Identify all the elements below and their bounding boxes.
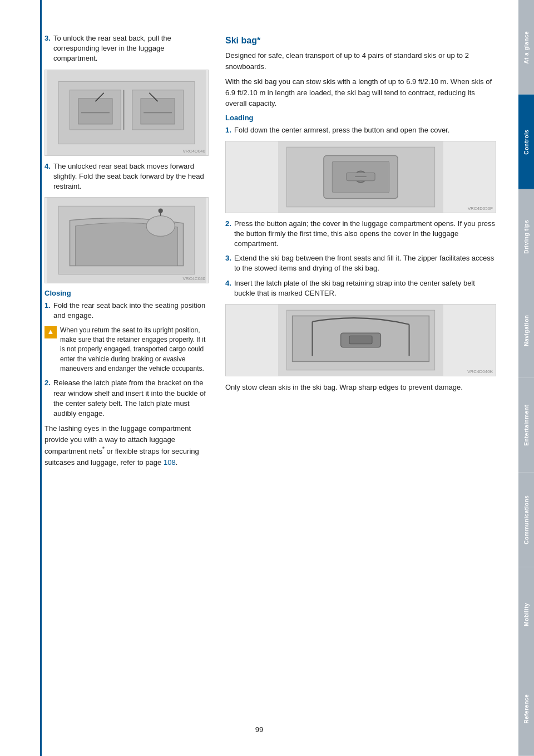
blue-accent-line (40, 0, 42, 756)
closing-step-2-number: 2. (44, 378, 53, 419)
step-4-number: 4. (44, 161, 53, 192)
sidebar: At a glance Controls Driving tips Naviga… (518, 0, 534, 756)
sidebar-tab-controls[interactable]: Controls (518, 95, 534, 189)
loading-step-2: 2. Press the button again; the cover in … (225, 219, 496, 249)
svg-point-13 (146, 216, 175, 237)
sidebar-tab-at-a-glance[interactable]: At a glance (518, 0, 534, 95)
step-3-text: To unlock the rear seat back, pull the c… (53, 33, 209, 64)
sidebar-tab-entertainment[interactable]: Entertainment (518, 378, 534, 473)
warning-icon: ▲ (44, 326, 57, 338)
loading-step-3: 3. Extend the ski bag between the front … (225, 253, 496, 273)
loading-step-3-num: 3. (225, 253, 234, 273)
loading-step-4: 4. Insert the latch plate of the ski bag… (225, 278, 496, 298)
step-4-item: 4. The unlocked rear seat back moves for… (44, 161, 209, 192)
sidebar-tab-mobility-label: Mobility (523, 602, 530, 626)
loading-step-1-text: Fold down the center armrest, press the … (234, 125, 496, 135)
closing-step-1-number: 1. (44, 301, 53, 321)
sidebar-tab-mobility[interactable]: Mobility (518, 567, 534, 662)
loading-step-2-text: Press the button again; the cover in the… (234, 219, 496, 249)
ski-bag-para1: Designed for safe, clean transport of up… (225, 50, 496, 72)
armrest-image: VRC4D050F (225, 141, 496, 213)
sidebar-tab-controls-label: Controls (523, 129, 530, 154)
closing-step-1-item: 1. Fold the rear seat back into the seat… (44, 301, 209, 321)
left-column: 3. To unlock the rear seat back, pull th… (44, 33, 209, 734)
warning-text: When you return the seat to its upright … (60, 326, 209, 374)
loading-step-4-num: 4. (225, 278, 234, 298)
image2-label: VRC4C040 (183, 276, 205, 281)
sidebar-tab-reference[interactable]: Reference (518, 661, 534, 756)
step-3-number: 3. (44, 33, 53, 64)
loading-heading: Loading (225, 114, 496, 122)
seat-fold-image: VRC4C040 (44, 197, 209, 283)
sidebar-tab-communications[interactable]: Communications (518, 473, 534, 567)
loading-step-3-text: Extend the ski bag between the front sea… (234, 253, 496, 273)
lashing-text-block: The lashing eyes in the luggage compartm… (44, 423, 209, 468)
svg-point-15 (159, 209, 163, 213)
svg-rect-29 (349, 336, 372, 343)
ski-bag-para2: With the ski bag you can stow skis with … (225, 76, 496, 109)
sidebar-tab-driving-tips-label: Driving tips (523, 219, 530, 253)
svg-rect-5 (78, 99, 112, 124)
sidebar-tab-driving-tips[interactable]: Driving tips (518, 189, 534, 284)
loading-step-4-text: Insert the latch plate of the ski bag re… (234, 278, 496, 298)
sidebar-tab-navigation-label: Navigation (523, 315, 530, 346)
page-number: 99 (255, 725, 263, 734)
loading-step-1-num: 1. (225, 125, 234, 135)
sidebar-tab-navigation[interactable]: Navigation (518, 283, 534, 378)
image1-label: VRC4D040 (183, 149, 205, 154)
step-4-text: The unlocked rear seat back moves forwar… (53, 161, 209, 192)
sidebar-tab-communications-label: Communications (523, 495, 530, 544)
lashing-text-3: . (176, 458, 178, 467)
closing-heading: Closing (44, 289, 209, 297)
svg-rect-6 (141, 99, 175, 124)
closing-step-1-text: Fold the rear seat back into the seating… (53, 301, 209, 321)
page-ref-link[interactable]: 108 (164, 458, 176, 467)
image3-label: VRC4D050F (468, 206, 493, 211)
closing-step-2-item: 2. Release the latch plate from the brac… (44, 378, 209, 419)
caution-text: Only stow clean skis in the ski bag. Wra… (225, 382, 496, 393)
loading-step-1: 1. Fold down the center armrest, press t… (225, 125, 496, 135)
step-3-item: 3. To unlock the rear seat back, pull th… (44, 33, 209, 64)
right-column: Ski bag* Designed for safe, clean transp… (225, 33, 496, 734)
loading-step-2-num: 2. (225, 219, 234, 249)
ski-bag-heading: Ski bag* (225, 36, 496, 46)
ski-bag-strap-image: CENTER VRC4D040K (225, 304, 496, 376)
sidebar-tab-reference-label: Reference (523, 694, 530, 724)
sidebar-tab-at-a-glance-label: At a glance (523, 31, 530, 63)
closing-step-2-text: Release the latch plate from the bracket… (53, 378, 209, 419)
luggage-lever-image: VRC4D040 (44, 70, 209, 156)
sidebar-tab-entertainment-label: Entertainment (523, 405, 530, 446)
warning-box: ▲ When you return the seat to its uprigh… (44, 326, 209, 374)
image4-label: VRC4D040K (467, 369, 493, 374)
